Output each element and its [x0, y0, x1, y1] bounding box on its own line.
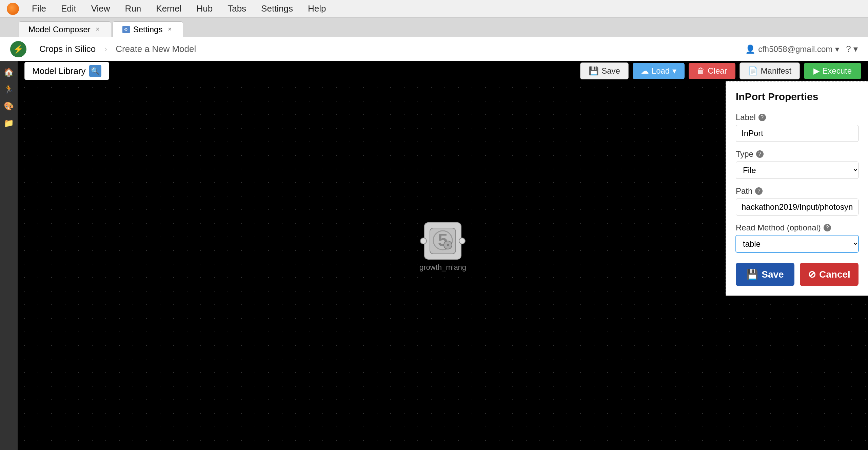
user-email-text: cfh5058@gmail.com [758, 44, 832, 54]
tabbar: Model Composer × ⚙ Settings × [0, 18, 868, 37]
type-select[interactable]: File Directory String Number [736, 162, 859, 179]
path-field-name: Path [736, 186, 752, 196]
save-icon: 💾 [589, 66, 599, 76]
menu-help[interactable]: Help [302, 1, 332, 16]
nav-logo: ⚡ [10, 41, 26, 57]
tab-model-composer[interactable]: Model Composer × [19, 21, 111, 37]
type-help-icon[interactable]: ? [756, 150, 764, 158]
app-icon [7, 3, 19, 15]
manifest-label: Manifest [761, 66, 792, 76]
label-field-name: Label [736, 113, 756, 122]
label-input[interactable] [736, 125, 859, 142]
user-dropdown-icon[interactable]: ▾ [835, 44, 839, 54]
label-field-label: Label ? [736, 113, 859, 122]
toolbar: Model Library 🔍 💾 Save ☁ Load ▾ 🗑 Clear … [18, 61, 868, 81]
execute-label: Execute [822, 66, 852, 76]
path-help-icon[interactable]: ? [755, 187, 763, 195]
nav-right: 👤 cfh5058@gmail.com ▾ ? ▾ [745, 44, 858, 54]
path-field-label: Path ? [736, 186, 859, 196]
read-method-select[interactable]: table json csv text [736, 235, 859, 252]
manifest-icon: 📄 [748, 66, 758, 76]
menu-kernel[interactable]: Kernel [150, 1, 188, 16]
menu-run[interactable]: Run [119, 1, 147, 16]
toolbar-right: 💾 Save ☁ Load ▾ 🗑 Clear 📄 Manifest ▶ Exe… [580, 62, 861, 79]
clear-icon: 🗑 [697, 66, 705, 76]
model-library-button[interactable]: Model Library 🔍 [24, 62, 109, 80]
help-button[interactable]: ? ▾ [846, 44, 858, 54]
panel-cancel-button[interactable]: ⊘ Cancel [800, 263, 859, 286]
type-field-group: Type ? File Directory String Number [736, 149, 859, 179]
search-icon: 🔍 [91, 67, 99, 75]
nav-logo-symbol: ⚡ [13, 44, 23, 54]
properties-panel: InPort Properties Label ? Type ? File Di… [726, 81, 868, 296]
node-icon: 5 × [429, 227, 456, 255]
panel-buttons: 💾 Save ⊘ Cancel [736, 263, 859, 286]
panel-cancel-icon: ⊘ [808, 269, 816, 280]
menu-settings[interactable]: Settings [255, 1, 299, 16]
panel-save-label: Save [762, 269, 784, 280]
panel-save-icon: 💾 [746, 269, 758, 280]
node-port-left[interactable] [420, 238, 427, 244]
menu-edit[interactable]: Edit [55, 1, 82, 16]
panel-title: InPort Properties [736, 91, 859, 102]
sidebar-palette-icon[interactable]: 🎨 [2, 99, 16, 113]
tab-model-composer-close[interactable]: × [94, 26, 101, 33]
sidebar-folder-icon[interactable]: 📁 [2, 116, 16, 130]
read-method-field-label: Read Method (optional) ? [736, 223, 859, 232]
sidebar-home-icon[interactable]: 🏠 [2, 65, 16, 79]
clear-button[interactable]: 🗑 Clear [689, 63, 735, 79]
menu-hub[interactable]: Hub [190, 1, 219, 16]
read-method-field-name: Read Method (optional) [736, 223, 821, 232]
manifest-button[interactable]: 📄 Manifest [739, 62, 800, 79]
main-area: Model Library 🔍 💾 Save ☁ Load ▾ 🗑 Clear … [18, 61, 868, 450]
navbar: ⚡ Crops in Silico › Create a New Model 👤… [0, 37, 868, 61]
clear-label: Clear [708, 66, 727, 76]
node-container[interactable]: 5 × growth_mlang [419, 222, 466, 272]
sidebar: 🏠 🏃 🎨 📁 [0, 61, 18, 450]
search-button[interactable]: 🔍 [89, 65, 101, 77]
tab-settings[interactable]: ⚙ Settings × [113, 21, 183, 37]
path-input[interactable] [736, 199, 859, 215]
tab-model-composer-label: Model Composer [28, 25, 91, 34]
load-dropdown-icon: ▾ [672, 66, 676, 76]
load-button[interactable]: ☁ Load ▾ [633, 63, 685, 79]
load-icon: ☁ [641, 66, 649, 76]
type-field-name: Type [736, 149, 753, 159]
panel-save-button[interactable]: 💾 Save [736, 263, 794, 286]
panel-cancel-label: Cancel [819, 269, 850, 280]
nav-home[interactable]: Crops in Silico [33, 44, 102, 54]
read-method-field-group: Read Method (optional) ? table json csv … [736, 223, 859, 252]
user-email: 👤 cfh5058@gmail.com ▾ [745, 44, 839, 54]
execute-button[interactable]: ▶ Execute [804, 63, 861, 79]
path-field-group: Path ? [736, 186, 859, 215]
svg-text:×: × [447, 242, 449, 248]
model-library-label: Model Library [32, 66, 86, 76]
menubar: File Edit View Run Kernel Hub Tabs Setti… [0, 0, 868, 18]
user-icon: 👤 [745, 44, 755, 54]
execute-icon: ▶ [813, 66, 820, 76]
tab-settings-close[interactable]: × [166, 26, 173, 33]
read-method-help-icon[interactable]: ? [824, 224, 831, 231]
nav-separator: › [102, 44, 110, 54]
label-help-icon[interactable]: ? [758, 114, 766, 121]
node-label: growth_mlang [419, 263, 466, 272]
node-port-right[interactable] [459, 238, 466, 244]
menu-view[interactable]: View [85, 1, 116, 16]
type-field-label: Type ? [736, 149, 859, 159]
tab-settings-icon: ⚙ [122, 26, 130, 33]
nav-current[interactable]: Create a New Model [110, 44, 202, 54]
menu-file[interactable]: File [26, 1, 52, 16]
help-symbol: ? [846, 44, 851, 54]
load-label: Load [652, 66, 670, 76]
tab-settings-label: Settings [133, 25, 163, 34]
save-label: Save [601, 66, 620, 76]
sidebar-run-icon[interactable]: 🏃 [2, 82, 16, 96]
node-box[interactable]: 5 × [424, 222, 461, 260]
label-field-group: Label ? [736, 113, 859, 142]
save-button[interactable]: 💾 Save [580, 62, 629, 79]
menu-tabs[interactable]: Tabs [221, 1, 252, 16]
